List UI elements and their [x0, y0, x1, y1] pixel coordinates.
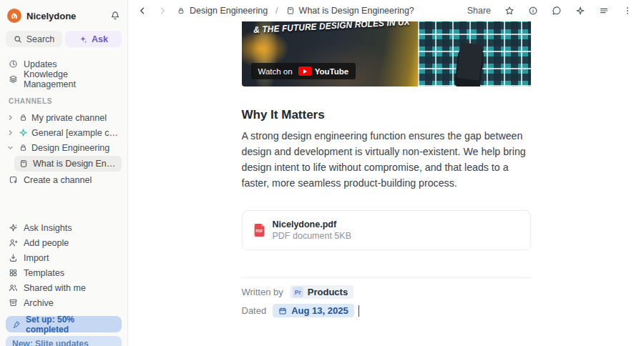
document-content: & THE FUTURE DESIGN ROLES IN UX Watch on…	[242, 21, 531, 317]
sidebar-channel-design-engineering[interactable]: Design Engineering	[6, 140, 122, 155]
comment-icon[interactable]	[552, 6, 562, 16]
video-thumbnail-plaid-shirt	[418, 21, 531, 86]
pdf-file-icon: PDF	[254, 224, 265, 237]
topbar: Design Engineering / What is Design Engi…	[128, 0, 644, 21]
main-area: Design Engineering / What is Design Engi…	[128, 0, 644, 346]
breadcrumb: Design Engineering / What is Design Engi…	[177, 6, 414, 16]
archive-icon	[9, 298, 18, 307]
youtube-video-embed[interactable]: & THE FUTURE DESIGN ROLES IN UX Watch on…	[242, 21, 531, 86]
channels-heading: CHANNELS	[6, 86, 122, 110]
written-by-label: Written by	[242, 287, 283, 297]
sidebar-item-label: Templates	[24, 268, 64, 278]
workspace-name: Nicelydone	[26, 11, 105, 21]
watch-on-label: Watch on	[258, 67, 293, 76]
star-icon[interactable]	[504, 6, 514, 16]
add-person-icon	[9, 238, 18, 247]
youtube-wordmark: YouTube	[315, 67, 348, 76]
document-icon	[19, 159, 28, 168]
breadcrumb-page[interactable]: What is Design Engineering?	[286, 6, 414, 16]
pdf-file-name: Nicelydone.pdf	[273, 219, 351, 229]
calendar-icon	[278, 307, 287, 315]
kebab-menu-icon[interactable]	[623, 6, 633, 16]
channel-label: General [example channel]	[31, 128, 120, 138]
sidebar-item-archive[interactable]: Archive	[6, 295, 122, 310]
notifications-bell-icon[interactable]	[110, 11, 120, 21]
clock-icon	[9, 59, 18, 69]
written-by-row: Written by Pr Products	[242, 285, 531, 299]
rocket-icon	[12, 320, 21, 329]
sidebar: Nicelydone Search Ask Updates Knowledge …	[0, 0, 128, 346]
chevron-right-icon[interactable]	[7, 129, 15, 136]
pdf-attachment-card[interactable]: PDF Nicelydone.pdf PDF document 5KB	[242, 210, 531, 250]
search-icon	[14, 35, 22, 44]
history-nav	[138, 6, 167, 15]
breadcrumb-separator: /	[275, 6, 278, 16]
sidebar-item-templates[interactable]: Templates	[6, 265, 122, 280]
create-channel-label: Create a channel	[24, 175, 92, 185]
text-cursor	[358, 305, 360, 317]
promo-banner-label: New: Slite updates	[12, 339, 89, 346]
lock-icon	[19, 143, 28, 152]
workspace-logo	[7, 9, 21, 23]
sparkle-icon	[19, 128, 28, 137]
date-value: Aug 13, 2025	[291, 305, 348, 316]
microphone	[457, 42, 484, 81]
promo-banner-clipped[interactable]: New: Slite updates	[6, 336, 122, 346]
search-button[interactable]: Search	[6, 31, 62, 47]
setup-progress-label: Set up: 50% completed	[26, 315, 115, 335]
sparkles-icon	[79, 35, 87, 44]
body-paragraph: A strong design engineering function ens…	[242, 128, 531, 191]
search-button-label: Search	[26, 34, 55, 44]
people-icon	[9, 283, 18, 292]
sidebar-item-ask-insights[interactable]: Ask Insights	[6, 220, 122, 235]
pdf-file-meta: PDF document 5KB	[273, 231, 351, 241]
sidebar-item-label: Ask Insights	[24, 223, 72, 233]
import-icon	[9, 253, 18, 262]
setup-progress-banner[interactable]: Set up: 50% completed	[6, 316, 122, 332]
date-chip[interactable]: Aug 13, 2025	[273, 304, 354, 317]
author-chip[interactable]: Pr Products	[290, 285, 353, 299]
dated-row: Dated Aug 13, 2025	[242, 304, 531, 317]
create-channel-button[interactable]: Create a channel	[6, 172, 122, 187]
sidebar-item-add-people[interactable]: Add people	[6, 235, 122, 250]
topbar-actions: Share	[467, 6, 633, 16]
author-name: Products	[308, 287, 348, 297]
forward-chevron-icon[interactable]	[158, 6, 167, 15]
sidebar-page-what-is-design-engineering[interactable]: What is Design Engineerin…	[14, 156, 122, 172]
author-avatar-badge: Pr	[293, 287, 303, 297]
chevron-right-icon[interactable]	[7, 114, 15, 121]
chevron-down-icon[interactable]	[7, 144, 15, 151]
outline-icon[interactable]	[599, 6, 609, 16]
channel-label: My private channel	[31, 113, 107, 123]
sidebar-actions: Search Ask	[6, 31, 122, 56]
sidebar-item-label: Archive	[24, 298, 54, 308]
document-icon	[286, 6, 295, 15]
sidebar-channel-general-example[interactable]: General [example channel]	[6, 125, 122, 140]
dated-label: Dated	[242, 305, 267, 316]
sidebar-item-label: Shared with me	[24, 283, 86, 293]
breadcrumb-page-label: What is Design Engineering?	[299, 6, 414, 16]
sidebar-item-label: Import	[24, 253, 49, 263]
ask-button[interactable]: Ask	[65, 31, 122, 47]
page-label: What is Design Engineerin…	[33, 159, 117, 169]
workspace-header[interactable]: Nicelydone	[6, 7, 122, 31]
pdf-attachment-text: Nicelydone.pdf PDF document 5KB	[273, 219, 351, 241]
svg-text:PDF: PDF	[255, 229, 263, 233]
breadcrumb-channel[interactable]: Design Engineering	[177, 6, 268, 16]
ask-button-label: Ask	[92, 34, 108, 44]
share-button[interactable]: Share	[467, 6, 491, 16]
sidebar-item-knowledge-management[interactable]: Knowledge Management	[6, 71, 122, 86]
layers-icon	[9, 74, 18, 84]
watch-on-youtube-button[interactable]: Watch on YouTube	[251, 63, 356, 79]
youtube-logo: YouTube	[298, 66, 348, 76]
breadcrumb-channel-label: Design Engineering	[190, 6, 268, 16]
info-icon[interactable]	[528, 6, 538, 16]
sidebar-item-import[interactable]: Import	[6, 250, 122, 265]
section-divider	[242, 277, 531, 278]
sidebar-channel-my-private-channel[interactable]: My private channel	[6, 110, 122, 125]
back-chevron-icon[interactable]	[138, 6, 147, 15]
lock-icon	[19, 113, 28, 122]
youtube-play-icon	[298, 66, 312, 76]
sparkles-icon[interactable]	[575, 6, 585, 16]
sidebar-item-shared-with-me[interactable]: Shared with me	[6, 280, 122, 295]
